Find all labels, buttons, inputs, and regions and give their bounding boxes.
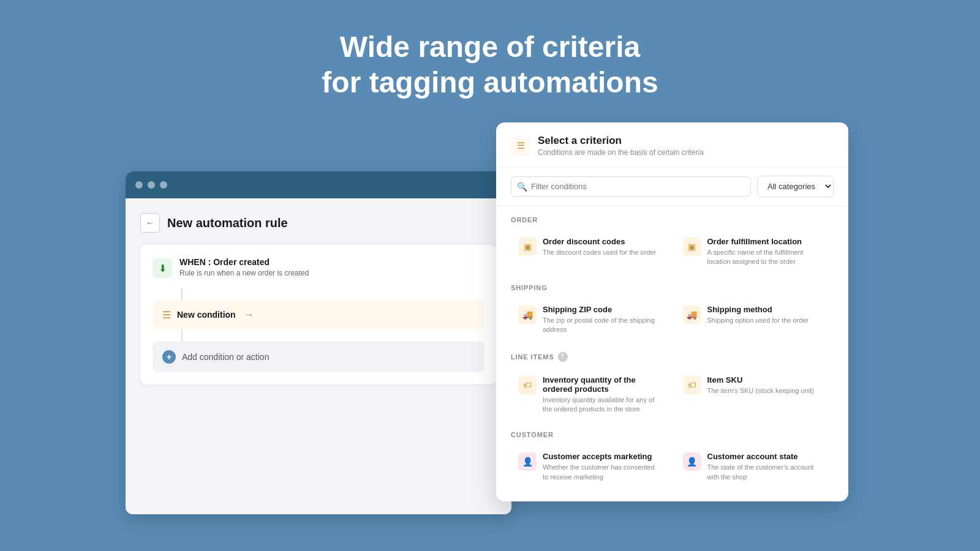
search-row: 🔍 All categories	[496, 167, 848, 206]
browser-titlebar	[126, 171, 511, 198]
search-icon: 🔍	[517, 182, 527, 192]
browser-content: ← New automation rule ⬇ WHEN : Order cre…	[126, 198, 511, 514]
criterion-header: ☰ Select a criterion Conditions are made…	[496, 122, 848, 167]
criterion-item-title: Shipping method	[707, 305, 809, 314]
criterion-panel: ☰ Select a criterion Conditions are made…	[496, 122, 848, 501]
criterion-title: Select a criterion	[538, 135, 704, 147]
search-input-wrapper: 🔍	[511, 176, 751, 197]
connector-2	[181, 329, 183, 342]
hero-line1: Wide range of criteria	[340, 31, 640, 63]
section-label-shipping: SHIPPING	[511, 274, 834, 298]
browser-dot-2	[148, 181, 155, 189]
criteria-grid-line items: 🏷Inventory quantity of the ordered produ…	[511, 368, 834, 422]
page-title-area: ← New automation rule	[140, 213, 497, 233]
criterion-item-text: Order discount codesThe discount codes u…	[543, 237, 656, 257]
new-condition-block[interactable]: ☰ New condition →	[153, 301, 484, 329]
rule-card: ⬇ WHEN : Order created Rule is run when …	[140, 245, 497, 384]
criterion-item-title: Customer accepts marketing	[543, 452, 662, 461]
section-label-customer: CUSTOMER	[511, 421, 834, 444]
when-title: WHEN : Order created	[179, 257, 309, 267]
section-label-order: ORDER	[511, 206, 834, 230]
customer-criterion-icon: 👤	[518, 452, 537, 471]
criterion-item-text: Customer accepts marketingWhether the cu…	[543, 452, 662, 482]
criterion-item[interactable]: 👤Customer accepts marketingWhether the c…	[511, 444, 669, 489]
when-icon: ⬇	[153, 258, 172, 278]
new-condition-label: New condition	[177, 310, 236, 320]
back-button[interactable]: ←	[140, 213, 160, 233]
criterion-item-title: Inventory quantity of the ordered produc…	[543, 375, 662, 394]
condition-filter-icon: ☰	[162, 309, 171, 321]
browser-dot-1	[135, 181, 143, 189]
criterion-item[interactable]: 🏷Item SKUThe item's SKU (stock keeping u…	[676, 368, 834, 422]
add-action-block[interactable]: + Add condition or action	[153, 342, 484, 372]
criterion-item-desc: Whether the customer has consented to re…	[543, 463, 662, 482]
category-select[interactable]: All categories	[757, 176, 834, 197]
criterion-item-desc: The item's SKU (stock keeping unit)	[707, 386, 815, 395]
criterion-item-desc: A specific name of the fulfillment locat…	[707, 248, 827, 267]
criterion-item-title: Item SKU	[707, 375, 815, 384]
page-title: New automation rule	[167, 216, 288, 230]
criterion-item[interactable]: ▣Order fulfillment locationA specific na…	[676, 230, 834, 274]
criterion-item[interactable]: 👤Customer account stateThe state of the …	[676, 444, 834, 489]
criterion-item-desc: The zip or postal code of the shipping a…	[543, 316, 662, 335]
criterion-item-text: Item SKUThe item's SKU (stock keeping un…	[707, 375, 815, 395]
order-criterion-icon: ▣	[518, 238, 537, 256]
connector-1	[181, 288, 183, 301]
criteria-grid-order: ▣Order discount codesThe discount codes …	[511, 230, 834, 274]
arrow-right-icon: →	[244, 309, 254, 320]
browser-dot-3	[160, 181, 167, 189]
shipping-criterion-icon: 🚚	[683, 305, 701, 324]
criterion-item-desc: Shipping option used for the order	[707, 316, 809, 325]
criterion-item[interactable]: ▣Order discount codesThe discount codes …	[511, 230, 669, 274]
criterion-item-text: Shipping methodShipping option used for …	[707, 305, 809, 325]
criterion-item[interactable]: 🚚Shipping ZIP codeThe zip or postal code…	[511, 298, 669, 342]
lineitems-criterion-icon: 🏷	[683, 376, 701, 394]
criterion-item[interactable]: 🏷Inventory quantity of the ordered produ…	[511, 368, 669, 422]
criterion-item-title: Customer account state	[707, 452, 827, 461]
add-action-label: Add condition or action	[182, 352, 269, 362]
criterion-item-desc: Inventory quantity available for any of …	[543, 395, 662, 414]
criterion-header-text: Select a criterion Conditions are made o…	[538, 135, 704, 157]
criterion-item-desc: The discount codes used for the order	[543, 248, 656, 257]
hero-section: Wide range of criteria for tagging autom…	[0, 0, 980, 100]
when-text: WHEN : Order created Rule is run when a …	[179, 257, 309, 279]
criterion-item-title: Shipping ZIP code	[543, 305, 662, 314]
hero-line2: for tagging automations	[322, 66, 658, 99]
criterion-item-text: Order fulfillment locationA specific nam…	[707, 237, 827, 267]
order-criterion-icon: ▣	[683, 238, 701, 256]
when-block: ⬇ WHEN : Order created Rule is run when …	[153, 257, 484, 288]
section-label-line-items: LINE ITEMS?	[511, 342, 834, 368]
criterion-subtitle: Conditions are made on the basis of cert…	[538, 148, 704, 157]
criterion-list: ORDER▣Order discount codesThe discount c…	[496, 206, 848, 501]
customer-criterion-icon: 👤	[683, 452, 701, 471]
shipping-criterion-icon: 🚚	[518, 305, 537, 324]
criterion-item-title: Order discount codes	[543, 237, 656, 246]
browser-window: ← New automation rule ⬇ WHEN : Order cre…	[126, 171, 511, 514]
criterion-item[interactable]: 🚚Shipping methodShipping option used for…	[676, 298, 834, 342]
criterion-item-desc: The state of the customer's account with…	[707, 463, 827, 482]
criterion-item-text: Shipping ZIP codeThe zip or postal code …	[543, 305, 662, 335]
criterion-item-text: Customer account stateThe state of the c…	[707, 452, 827, 482]
when-desc: Rule is run when a new order is created	[179, 268, 309, 279]
criteria-grid-customer: 👤Customer accepts marketingWhether the c…	[511, 444, 834, 489]
criteria-grid-shipping: 🚚Shipping ZIP codeThe zip or postal code…	[511, 298, 834, 342]
criterion-item-text: Inventory quantity of the ordered produc…	[543, 375, 662, 414]
criterion-item-title: Order fulfillment location	[707, 237, 827, 246]
search-input[interactable]	[511, 176, 751, 197]
help-icon[interactable]: ?	[558, 352, 568, 362]
lineitems-criterion-icon: 🏷	[518, 376, 537, 394]
criterion-filter-icon: ☰	[511, 136, 530, 156]
add-icon: +	[162, 350, 176, 364]
